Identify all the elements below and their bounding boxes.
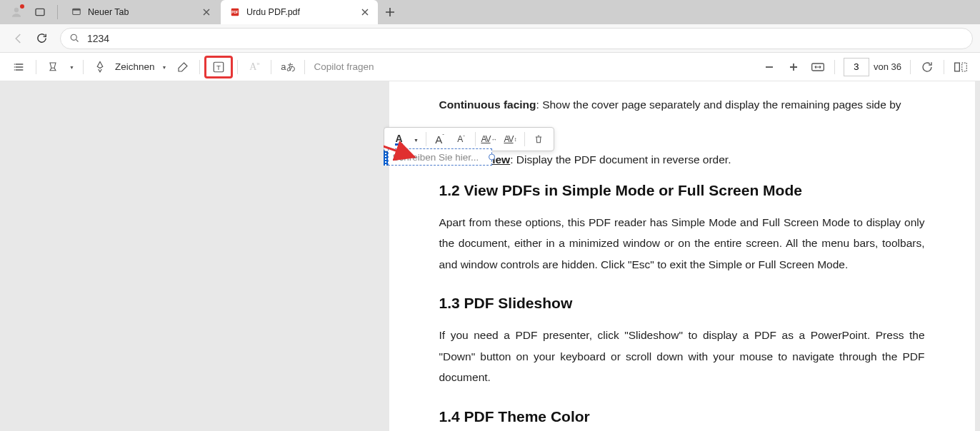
url-box[interactable] (60, 28, 973, 49)
text-annotation-field[interactable]: Schreiben Sie hier... (388, 148, 493, 166)
zoom-out-button[interactable] (759, 56, 780, 78)
separator (199, 60, 200, 74)
decrease-font-button[interactable]: Aˇ (451, 130, 472, 148)
separator (304, 60, 305, 74)
svg-point-0 (14, 8, 19, 12)
text-color-icon: A (395, 133, 402, 146)
separator (524, 132, 525, 146)
back-button[interactable] (7, 27, 30, 50)
address-bar-row (0, 24, 980, 53)
tab-overview-button[interactable] (34, 6, 46, 18)
pdf-page[interactable]: Continuous facing: Show the cover page s… (389, 81, 975, 431)
resize-handle[interactable] (489, 154, 495, 161)
tab-title: Urdu PDF.pdf (246, 7, 355, 17)
delete-annotation-button[interactable] (528, 130, 549, 148)
contents-toggle-button[interactable] (9, 56, 30, 78)
read-aloud-button[interactable]: A» (244, 56, 265, 78)
copilot-button[interactable]: Copilot fragen (314, 61, 374, 72)
separator (426, 132, 426, 146)
page-view-button[interactable] (950, 56, 971, 78)
separator (36, 60, 36, 74)
translate-button[interactable]: aあ (277, 56, 299, 78)
separator (834, 60, 835, 74)
divider (57, 5, 58, 19)
page-input[interactable] (844, 58, 869, 76)
chevron-down-icon: ▼ (161, 65, 166, 70)
text-annotation-placeholder: Schreiben Sie hier... (393, 152, 479, 163)
separator (271, 60, 271, 74)
heading-1-4: 1.4 PDF Theme Color (439, 408, 925, 425)
tab-title: Neuer Tab (88, 7, 196, 17)
separator (910, 60, 911, 74)
highlight-dropdown[interactable]: ▼ (66, 56, 77, 78)
new-tab-button[interactable] (379, 1, 401, 23)
tab-neuer-tab[interactable]: Neuer Tab (62, 0, 219, 24)
text-color-button[interactable]: A (389, 130, 410, 148)
tab-close-button[interactable] (201, 6, 212, 18)
document-pane[interactable]: Continuous facing: Show the cover page s… (384, 81, 980, 431)
newtab-favicon-icon (71, 6, 82, 18)
increase-spacing-button[interactable]: AV↔ (479, 130, 500, 148)
svg-text:PDF: PDF (231, 11, 238, 14)
draw-icon (89, 56, 111, 78)
svg-text:T: T (216, 63, 221, 71)
tab-close-button[interactable] (359, 6, 371, 18)
pdf-favicon-icon: PDF (229, 6, 241, 18)
svg-point-7 (14, 64, 15, 64)
svg-rect-3 (73, 9, 81, 10)
text: : Show the cover page separately and dis… (536, 98, 901, 111)
page-total-label: von 36 (874, 61, 901, 72)
text-color-dropdown[interactable]: ▼ (410, 130, 423, 148)
tab-pdf[interactable]: PDF Urdu PDF.pdf (221, 0, 378, 24)
bold-text: Continuous facing (439, 98, 536, 111)
draw-dropdown[interactable]: ▼ (159, 56, 169, 78)
paragraph: Apart from these options, this PDF reade… (439, 212, 925, 275)
text-annotation-box[interactable]: Schreiben Sie hier... (384, 148, 492, 166)
text: : Display the PDF document in reverse or… (510, 153, 731, 166)
separator (237, 60, 238, 74)
refresh-button[interactable] (30, 27, 53, 50)
search-icon (69, 33, 80, 44)
svg-rect-1 (36, 9, 44, 15)
svg-rect-13 (955, 63, 960, 71)
chevron-down-icon: ▼ (414, 138, 419, 143)
svg-point-9 (14, 69, 15, 70)
increase-font-button[interactable]: Aˆ (429, 130, 451, 148)
paragraph: Continuous facing: Show the cover page s… (439, 81, 925, 115)
notification-dot-icon (20, 4, 24, 9)
browser-titlebar: Neuer Tab PDF Urdu PDF.pdf (0, 0, 980, 24)
side-gutter[interactable] (0, 81, 384, 431)
separator (83, 60, 84, 74)
heading-1-3: 1.3 PDF Slideshow (439, 295, 925, 312)
erase-button[interactable] (172, 56, 194, 78)
rotate-button[interactable] (916, 56, 938, 78)
zoom-in-button[interactable] (783, 56, 804, 78)
paragraph: Reverse View: Display the PDF document i… (439, 149, 925, 170)
svg-rect-14 (962, 63, 967, 71)
highlight-button[interactable] (42, 56, 64, 78)
url-input[interactable] (87, 33, 964, 44)
paragraph: If you need a PDF presenter, click "Slid… (439, 325, 925, 387)
chevron-down-icon: ▼ (69, 65, 74, 70)
heading-1-2: 1.2 View PDFs in Simple Mode or Full Scr… (439, 182, 925, 199)
fit-width-button[interactable] (807, 56, 829, 78)
add-text-button[interactable]: T (204, 56, 233, 78)
account-icon[interactable] (10, 6, 23, 19)
pdf-toolbar: ▼ Zeichnen ▼ T A» aあ Copilot fragen von … (0, 53, 980, 81)
workspace: Continuous facing: Show the cover page s… (0, 81, 980, 431)
svg-point-8 (14, 66, 15, 67)
separator (944, 60, 944, 74)
decrease-spacing-button[interactable]: AV↕ (500, 130, 521, 148)
svg-point-6 (71, 34, 76, 40)
annotation-layer: A ▼ Aˆ Aˇ AV↔ AV↕ S (384, 148, 492, 166)
draw-tool-group[interactable]: Zeichnen ▼ (88, 56, 171, 78)
text-annotation-toolbar: A ▼ Aˆ Aˇ AV↔ AV↕ (384, 127, 554, 151)
draw-label: Zeichnen (115, 61, 155, 72)
separator (475, 132, 476, 146)
